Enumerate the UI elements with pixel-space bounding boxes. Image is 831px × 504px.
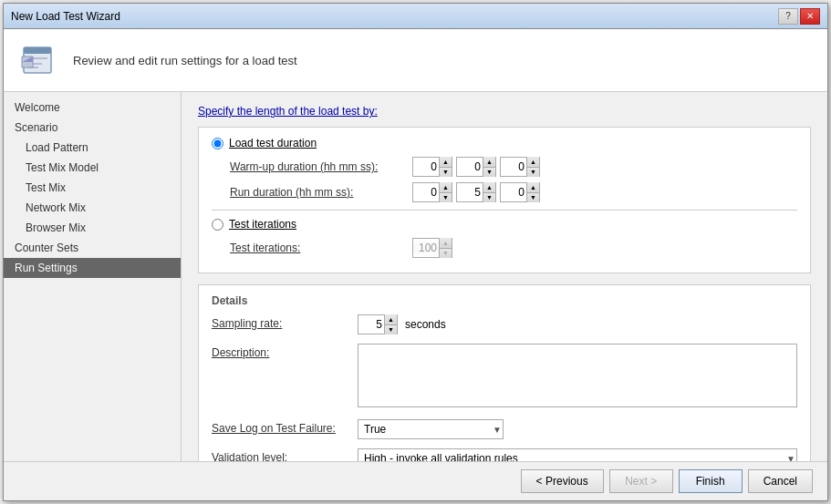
sidebar-item-welcome[interactable]: Welcome [4,98,181,118]
warmup-seconds-up[interactable]: ▲ [526,157,539,168]
iterations-count-label: Test iterations: [230,242,412,254]
header-area: Review and edit run settings for a load … [4,29,827,92]
title-bar-buttons: ? ✕ [778,8,820,25]
warmup-hours-arrows: ▲ ▼ [439,157,452,177]
validation-row: Validation level: High - invoke all vali… [212,448,797,461]
warmup-label: Warm-up duration (hh mm ss): [230,160,412,173]
run-seconds-spin: 0 ▲ ▼ [500,182,540,202]
warmup-seconds-down[interactable]: ▼ [526,168,539,178]
sidebar-item-load-pattern[interactable]: Load Pattern [4,138,181,158]
next-button: Next > [609,469,673,493]
sampling-up[interactable]: ▲ [384,314,397,325]
specify-text: Specify the length of the load test by: [198,105,811,118]
warmup-seconds-input[interactable]: 0 [501,160,526,173]
warmup-hours-input[interactable]: 0 [413,160,439,173]
run-hours-spin: 0 ▲ ▼ [412,182,452,202]
run-minutes-spin: 5 ▲ ▼ [456,182,496,202]
warmup-hours-down[interactable]: ▼ [439,168,452,178]
test-iterations-label: Test iterations [229,218,296,231]
run-seconds-up[interactable]: ▲ [526,182,539,193]
iterations-spin: 100 ▲ ▼ [412,238,452,258]
warmup-seconds-spin: 0 ▲ ▼ [500,157,540,177]
previous-button[interactable]: < Previous [521,469,604,493]
description-label: Description: [212,344,358,359]
sampling-down[interactable]: ▼ [384,325,397,335]
svg-rect-1 [24,47,51,54]
main-window: New Load Test Wizard ? ✕ Review and edit… [3,3,828,501]
warmup-seconds-arrows: ▲ ▼ [526,157,539,177]
save-log-label: Save Log on Test Failure: [212,419,358,435]
sidebar-item-run-settings[interactable]: Run Settings [4,258,181,278]
sidebar: Welcome Scenario Load Pattern Test Mix M… [4,92,182,461]
content-area: Welcome Scenario Load Pattern Test Mix M… [4,92,827,461]
run-minutes-down[interactable]: ▼ [483,193,495,203]
footer: < Previous Next > Finish Cancel [4,461,827,500]
sampling-arrows: ▲ ▼ [384,314,397,334]
iterations-up: ▲ [439,238,452,249]
validation-select[interactable]: High - invoke all validation rules Low -… [358,448,797,461]
warmup-hours-up[interactable]: ▲ [439,157,452,168]
sidebar-item-scenario[interactable]: Scenario [4,118,181,138]
warmup-spin-group: 0 ▲ ▼ 0 ▲ ▼ [412,157,540,177]
sampling-label: Sampling rate: [212,314,358,330]
load-duration-radio[interactable] [212,138,223,149]
duration-section: Load test duration Warm-up duration (hh … [198,127,811,273]
warmup-minutes-spin: 0 ▲ ▼ [456,157,496,177]
run-minutes-arrows: ▲ ▼ [483,182,495,202]
cancel-button[interactable]: Cancel [748,469,813,493]
run-hours-down[interactable]: ▼ [439,193,452,203]
run-minutes-up[interactable]: ▲ [483,182,495,193]
main-content: Specify the length of the load test by: … [182,92,827,461]
load-duration-label: Load test duration [229,137,317,149]
title-bar: New Load Test Wizard ? ✕ [4,4,827,29]
wizard-icon [18,38,62,82]
validation-label: Validation level: [212,448,358,461]
test-iterations-radio[interactable] [212,219,223,231]
sidebar-item-counter-sets[interactable]: Counter Sets [4,238,181,258]
run-seconds-down[interactable]: ▼ [526,193,539,203]
test-iterations-row: Test iterations [212,218,797,231]
warmup-minutes-input[interactable]: 0 [457,160,483,173]
validation-dropdown-wrapper: High - invoke all validation rules Low -… [358,448,797,461]
run-hours-up[interactable]: ▲ [439,182,452,193]
run-spin-group: 0 ▲ ▼ 5 ▲ ▼ [412,182,540,202]
sidebar-item-test-mix-model[interactable]: Test Mix Model [4,158,181,178]
section-divider [212,210,797,211]
window-title: New Load Test Wizard [11,10,778,23]
run-hours-input[interactable]: 0 [413,186,439,199]
iterations-count-row: Test iterations: 100 ▲ ▼ [212,238,797,258]
iterations-arrows: ▲ ▼ [439,238,452,258]
sidebar-item-browser-mix[interactable]: Browser Mix [4,218,181,238]
sampling-input[interactable]: 5 [358,318,384,331]
sampling-field: 5 ▲ ▼ seconds [358,314,797,334]
header-title: Review and edit run settings for a load … [73,54,297,67]
details-section: Details Sampling rate: 5 ▲ ▼ seconds [198,284,811,461]
save-log-select[interactable]: True False [358,419,504,439]
run-duration-label: Run duration (hh mm ss): [230,186,412,199]
save-log-dropdown-wrapper: True False ▼ [358,419,504,439]
close-button[interactable]: ✕ [800,8,820,25]
sampling-row: Sampling rate: 5 ▲ ▼ seconds [212,314,797,334]
run-seconds-input[interactable]: 0 [501,186,526,199]
warmup-minutes-down[interactable]: ▼ [483,168,495,178]
description-row: Description: [212,344,797,410]
sidebar-item-test-mix[interactable]: Test Mix [4,178,181,198]
load-duration-row: Load test duration [212,137,797,149]
run-duration-row: Run duration (hh mm ss): 0 ▲ ▼ 5 [212,182,797,202]
run-hours-arrows: ▲ ▼ [439,182,452,202]
run-minutes-input[interactable]: 5 [457,186,483,199]
sampling-spin: 5 ▲ ▼ [358,314,398,334]
details-heading: Details [212,294,797,307]
help-button[interactable]: ? [778,8,798,25]
warmup-minutes-up[interactable]: ▲ [483,157,495,168]
iterations-input: 100 [413,242,439,254]
description-input[interactable] [358,344,797,407]
sidebar-item-network-mix[interactable]: Network Mix [4,198,181,218]
save-log-row: Save Log on Test Failure: True False ▼ [212,419,797,439]
warmup-row: Warm-up duration (hh mm ss): 0 ▲ ▼ 0 [212,157,797,177]
save-log-field: True False ▼ [358,419,797,439]
warmup-hours-spin: 0 ▲ ▼ [412,157,452,177]
iterations-down: ▼ [439,249,452,259]
finish-button[interactable]: Finish [679,469,743,493]
description-field [358,344,797,410]
